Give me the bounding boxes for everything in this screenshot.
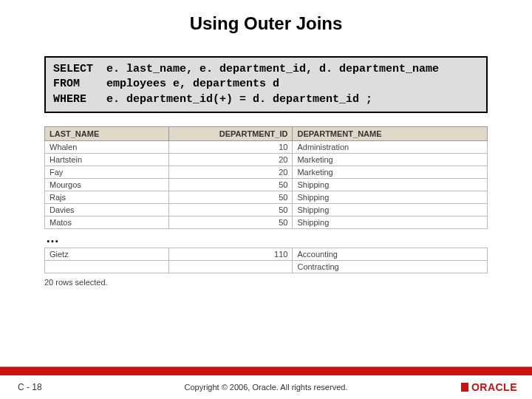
slide-title: Using Outer Joins	[0, 0, 532, 56]
cell-dept-name: Accounting	[293, 248, 488, 260]
cell-dept-name: Contracting	[293, 260, 488, 273]
oracle-logo-text: ORACLE	[471, 381, 517, 393]
cell-dept-name: Shipping	[293, 191, 488, 203]
oracle-logo-icon	[461, 383, 468, 392]
sql-keyword-where: WHERE	[53, 92, 106, 107]
sql-select-body: e. last_name, e. department_id, d. depar…	[106, 62, 439, 77]
table-row: Mourgos 50 Shipping	[45, 178, 488, 191]
sql-keyword-from: FROM	[53, 77, 106, 92]
cell-dept-id: 50	[168, 178, 293, 191]
col-department-id: DEPARTMENT_ID	[168, 126, 293, 140]
cell-dept-name: Marketing	[293, 166, 488, 178]
table-row: Whalen 10 Administration	[45, 140, 488, 153]
cell-last-name: Davies	[45, 203, 169, 216]
table-row: Hartstein 20 Marketing	[45, 153, 488, 166]
table-row-highlighted: Contracting	[45, 260, 488, 273]
sql-select-line: SELECT e. last_name, e. department_id, d…	[53, 62, 479, 77]
cell-last-name: Matos	[45, 216, 169, 228]
cell-dept-id: 50	[168, 191, 293, 203]
cell-dept-id: 20	[168, 153, 293, 166]
cell-last-name: Hartstein	[45, 153, 169, 166]
table-row: Rajs 50 Shipping	[45, 191, 488, 203]
result-area: LAST_NAME DEPARTMENT_ID DEPARTMENT_NAME …	[44, 126, 488, 287]
cell-dept-name: Shipping	[293, 178, 488, 191]
sql-from-body: employees e, departments d	[106, 77, 279, 92]
sql-where-line: WHERE e. department_id(+) = d. departmen…	[53, 92, 479, 107]
rows-ellipsis: …	[44, 229, 488, 248]
cell-dept-id: 50	[168, 216, 293, 228]
cell-last-name: Fay	[45, 166, 169, 178]
table-row: Matos 50 Shipping	[45, 216, 488, 228]
slide: Using Outer Joins SELECT e. last_name, e…	[0, 0, 532, 399]
cell-dept-id: 20	[168, 166, 293, 178]
table-row: Gietz 110 Accounting	[45, 248, 488, 260]
cell-dept-name: Shipping	[293, 216, 488, 228]
cell-dept-id: 10	[168, 140, 293, 153]
col-last-name: LAST_NAME	[45, 126, 169, 140]
sql-from-line: FROM employees e, departments d	[53, 77, 479, 92]
cell-last-name	[45, 260, 169, 273]
result-table-bottom: Gietz 110 Accounting Contracting	[44, 248, 488, 273]
oracle-logo: ORACLE	[461, 381, 517, 393]
result-table-top: LAST_NAME DEPARTMENT_ID DEPARTMENT_NAME …	[44, 126, 488, 229]
sql-where-body: e. department_id(+) = d. department_id ;	[106, 92, 372, 107]
cell-last-name: Whalen	[45, 140, 169, 153]
slide-footer: C - 18 Copyright © 2006, Oracle. All rig…	[0, 366, 532, 399]
cell-last-name: Mourgos	[45, 178, 169, 191]
cell-dept-name: Marketing	[293, 153, 488, 166]
cell-last-name: Rajs	[45, 191, 169, 203]
col-department-name: DEPARTMENT_NAME	[293, 126, 488, 140]
cell-dept-id: 50	[168, 203, 293, 216]
cell-dept-name: Shipping	[293, 203, 488, 216]
table-row: Davies 50 Shipping	[45, 203, 488, 216]
sql-code-box: SELECT e. last_name, e. department_id, d…	[44, 56, 488, 113]
table-header-row: LAST_NAME DEPARTMENT_ID DEPARTMENT_NAME	[45, 126, 488, 140]
page-number: C - 18	[18, 382, 42, 392]
table-row: Fay 20 Marketing	[45, 166, 488, 178]
footer-red-bar	[0, 366, 532, 375]
cell-dept-id: 110	[168, 248, 293, 260]
copyright-text: Copyright © 2006, Oracle. All rights res…	[0, 383, 532, 392]
footer-bar: C - 18 Copyright © 2006, Oracle. All rig…	[0, 375, 532, 399]
cell-dept-id	[168, 260, 293, 273]
cell-dept-name: Administration	[293, 140, 488, 153]
cell-last-name: Gietz	[45, 248, 169, 260]
sql-keyword-select: SELECT	[53, 62, 106, 77]
row-count-text: 20 rows selected.	[44, 273, 488, 287]
